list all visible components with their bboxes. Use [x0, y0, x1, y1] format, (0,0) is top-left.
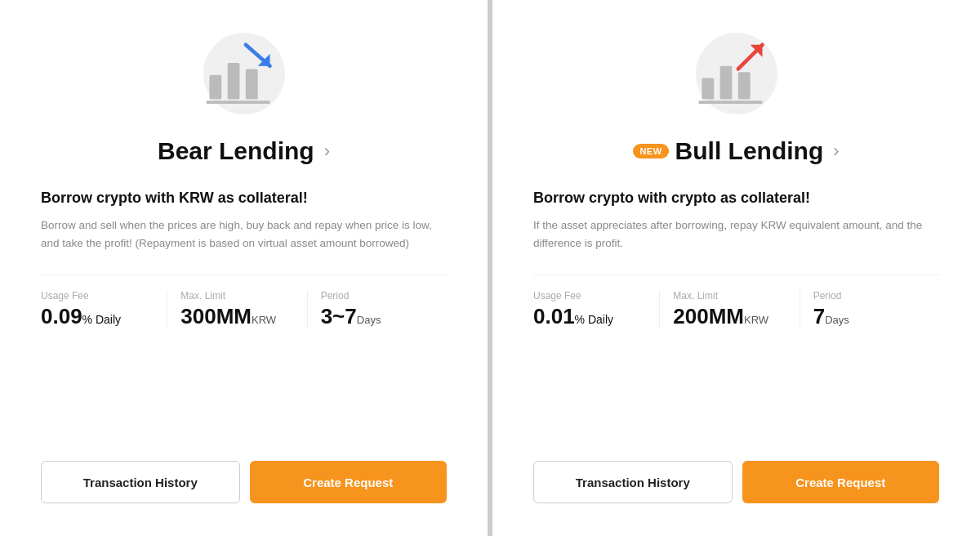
bull-icon-circle	[696, 33, 777, 114]
bull-transaction-history-button[interactable]: Transaction History	[533, 461, 733, 503]
bear-icon-circle	[203, 33, 285, 114]
bear-limit-label: Max. Limit	[180, 290, 293, 302]
bull-period-label: Period	[813, 290, 926, 302]
bear-product-title[interactable]: Bear Lending ›	[158, 137, 330, 165]
bull-limit-value: 200MMKRW	[673, 305, 786, 328]
bear-limit-value: 300MMKRW	[180, 305, 293, 328]
bear-period-value: 3~7Days	[321, 305, 434, 328]
bear-buttons: Transaction History Create Request	[41, 461, 447, 503]
bull-buttons: Transaction History Create Request	[533, 461, 939, 503]
bull-stat-limit: Max. Limit 200MMKRW	[659, 290, 799, 328]
bear-period-label: Period	[321, 290, 434, 302]
bear-stat-period: Period 3~7Days	[307, 290, 447, 328]
bear-stat-limit: Max. Limit 300MMKRW	[167, 290, 306, 328]
bull-description-title: Borrow crypto with crypto as collateral!	[533, 190, 939, 207]
bull-period-value: 7Days	[813, 305, 926, 328]
bear-create-request-button[interactable]: Create Request	[250, 461, 448, 503]
bear-stat-fee: Usage Fee 0.09% Daily	[41, 290, 167, 328]
bull-create-request-button[interactable]: Create Request	[742, 461, 940, 503]
svg-rect-6	[719, 66, 732, 100]
bear-fee-value: 0.09% Daily	[41, 305, 154, 328]
bear-description-title: Borrow crypto with KRW as collateral!	[41, 190, 447, 207]
bull-chart-icon	[696, 33, 777, 114]
bear-chart-icon	[203, 33, 285, 114]
panel-divider	[488, 0, 492, 536]
bull-title-text: Bull Lending	[675, 137, 824, 165]
bull-fee-value: 0.01% Daily	[533, 305, 646, 328]
bull-stat-fee: Usage Fee 0.01% Daily	[533, 290, 659, 328]
bear-title-text: Bear Lending	[158, 137, 314, 165]
bull-description-text: If the asset appreciates after borrowing…	[533, 217, 939, 252]
bear-fee-label: Usage Fee	[41, 290, 154, 302]
bull-fee-label: Usage Fee	[533, 290, 646, 302]
new-badge: NEW	[633, 144, 668, 159]
bear-chevron-icon: ›	[324, 141, 330, 162]
bull-product-title[interactable]: NEW Bull Lending ›	[633, 137, 839, 165]
bear-transaction-history-button[interactable]: Transaction History	[41, 461, 240, 503]
bull-stat-period: Period 7Days	[800, 290, 939, 328]
bear-stats-row: Usage Fee 0.09% Daily Max. Limit 300MMKR…	[41, 275, 447, 328]
bull-stats-row: Usage Fee 0.01% Daily Max. Limit 200MMKR…	[533, 275, 939, 328]
bull-chevron-icon: ›	[833, 141, 839, 162]
svg-rect-1	[227, 63, 239, 99]
svg-rect-0	[209, 75, 221, 100]
bull-limit-label: Max. Limit	[673, 290, 786, 302]
bear-description-text: Borrow and sell when the prices are high…	[41, 217, 447, 252]
bear-lending-panel: Bear Lending › Borrow crypto with KRW as…	[0, 0, 488, 536]
bull-lending-panel: NEW Bull Lending › Borrow crypto with cr…	[492, 0, 980, 536]
svg-rect-5	[702, 78, 714, 100]
svg-rect-2	[245, 69, 257, 99]
svg-rect-7	[737, 72, 750, 99]
